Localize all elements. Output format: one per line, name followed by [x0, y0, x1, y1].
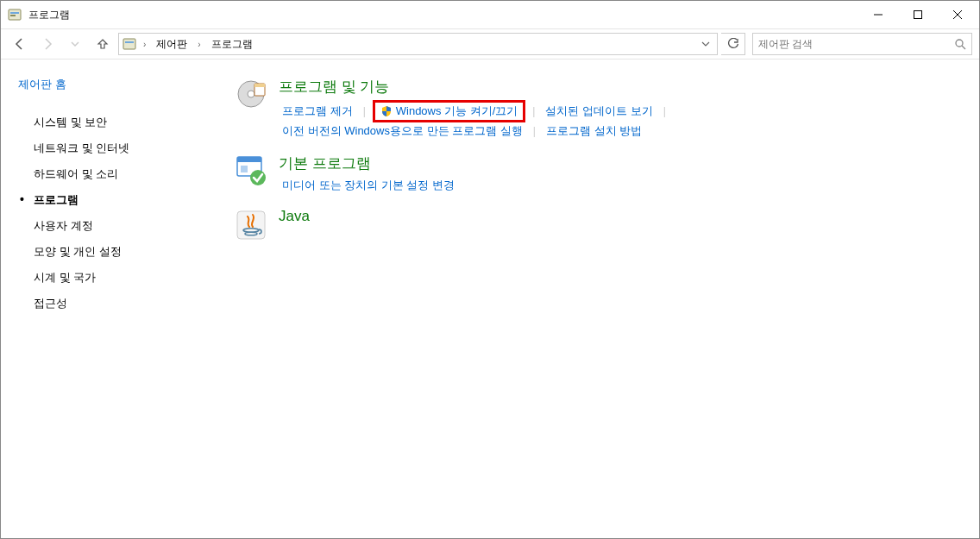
maximize-button[interactable] [898, 1, 938, 28]
sidebar-item-network[interactable]: 네트워크 및 인터넷 [18, 135, 208, 161]
chevron-right-icon[interactable]: › [140, 40, 149, 49]
uninstall-program-link[interactable]: 프로그램 제거 [279, 103, 356, 120]
svg-rect-14 [254, 84, 265, 87]
svg-point-12 [248, 91, 254, 97]
section-programs-and-features: 프로그램 및 기능 프로그램 제거 | [234, 77, 971, 140]
breadcrumb-dropdown[interactable] [698, 40, 713, 48]
search-input[interactable] [758, 38, 954, 50]
app-icon [8, 8, 22, 22]
programs-features-icon [234, 77, 268, 111]
sidebar-item-user-accounts[interactable]: 사용자 계정 [18, 213, 208, 239]
window-title: 프로그램 [28, 8, 70, 22]
sidebar-item-system-security[interactable]: 시스템 및 보안 [18, 110, 208, 135]
nav-forward-button[interactable] [35, 32, 60, 56]
breadcrumb[interactable]: › 제어판 › 프로그램 [118, 33, 718, 55]
chevron-right-icon[interactable]: › [194, 40, 204, 49]
nav-back-button[interactable] [8, 32, 32, 56]
windows-features-toggle-link[interactable]: Windows 기능 켜기/끄기 [377, 103, 522, 120]
svg-rect-2 [10, 15, 16, 16]
java-icon [234, 208, 268, 242]
svg-rect-17 [241, 166, 248, 172]
shield-icon [380, 105, 393, 117]
how-to-install-link[interactable]: 프로그램 설치 방법 [543, 122, 645, 140]
sidebar-item-hardware-sound[interactable]: 하드웨어 및 소리 [18, 161, 208, 187]
content-area: 프로그램 및 기능 프로그램 제거 | [208, 60, 979, 538]
breadcrumb-current[interactable]: 프로그램 [208, 35, 256, 53]
highlight-annotation: Windows 기능 켜기/끄기 [373, 100, 526, 122]
address-bar: › 제어판 › 프로그램 [1, 28, 979, 60]
search-icon[interactable] [954, 38, 966, 50]
svg-rect-1 [10, 12, 19, 14]
svg-line-10 [962, 46, 965, 49]
run-legacy-program-link[interactable]: 이전 버전의 Windows용으로 만든 프로그램 실행 [279, 122, 526, 140]
control-panel-home-link[interactable]: 제어판 홈 [18, 77, 208, 92]
default-programs-title[interactable]: 기본 프로그램 [279, 154, 971, 173]
section-default-programs: 기본 프로그램 미디어 또는 장치의 기본 설정 변경 [234, 154, 971, 194]
programs-features-title[interactable]: 프로그램 및 기능 [279, 77, 971, 97]
java-title[interactable]: Java [279, 208, 971, 225]
svg-rect-8 [125, 41, 134, 43]
view-installed-updates-link[interactable]: 설치된 업데이트 보기 [542, 103, 656, 120]
sidebar: 제어판 홈 시스템 및 보안 네트워크 및 인터넷 하드웨어 및 소리 프로그램… [1, 60, 208, 538]
svg-rect-4 [914, 11, 922, 19]
nav-up-button[interactable] [91, 32, 115, 56]
search-box[interactable] [752, 33, 972, 55]
sidebar-item-clock-region[interactable]: 시계 및 국가 [18, 265, 208, 291]
svg-rect-16 [237, 157, 261, 162]
change-media-defaults-link[interactable]: 미디어 또는 장치의 기본 설정 변경 [279, 177, 458, 194]
svg-point-18 [250, 170, 266, 185]
sidebar-item-programs[interactable]: 프로그램 [18, 187, 208, 213]
section-java: Java [234, 208, 971, 242]
refresh-button[interactable] [721, 33, 745, 55]
minimize-button[interactable] [858, 1, 898, 28]
breadcrumb-icon [122, 37, 136, 51]
svg-rect-7 [123, 39, 135, 49]
close-button[interactable] [938, 1, 977, 28]
nav-recent-dropdown[interactable] [63, 32, 87, 56]
breadcrumb-root[interactable]: 제어판 [153, 35, 191, 53]
sidebar-item-accessibility[interactable]: 접근성 [18, 291, 208, 317]
default-programs-icon [234, 154, 268, 188]
sidebar-item-appearance[interactable]: 모양 및 개인 설정 [18, 239, 208, 265]
svg-point-9 [956, 40, 963, 47]
titlebar: 프로그램 [1, 1, 979, 28]
